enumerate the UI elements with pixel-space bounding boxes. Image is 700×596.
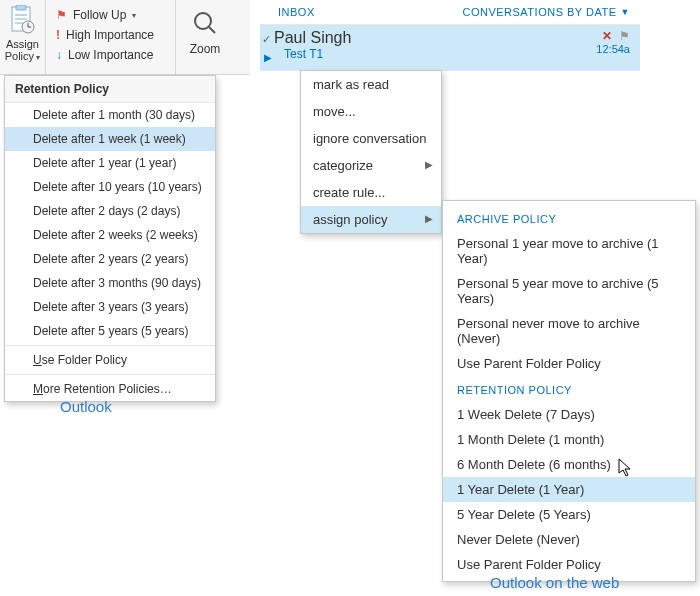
assign-policy-icon <box>5 2 41 38</box>
ribbon: Assign Policy ▾ ⚑ Follow Up ▾ ! High Imp… <box>0 0 250 75</box>
retention-policy-item[interactable]: Never Delete (Never) <box>443 527 695 552</box>
sort-label: CONVERSATIONS BY DATE <box>462 6 616 18</box>
magnifier-icon <box>188 6 222 40</box>
flag-icon: ⚑ <box>56 8 67 22</box>
archive-policy-header: ARCHIVE POLICY <box>443 205 695 231</box>
archive-policy-item[interactable]: Personal 5 year move to archive (5 Years… <box>443 271 695 311</box>
menu-separator <box>5 345 215 346</box>
archive-policy-item[interactable]: Personal never move to archive (Never) <box>443 311 695 351</box>
low-importance-label: Low Importance <box>68 48 153 62</box>
chevron-down-icon: ▼ <box>621 7 630 17</box>
outlook-web-panel: INBOX CONVERSATIONS BY DATE ▼ ✓ ▶ Paul S… <box>260 0 640 71</box>
retention-item[interactable]: Delete after 1 month (30 days) <box>5 103 215 127</box>
context-menu: mark as read move... ignore conversation… <box>300 70 442 234</box>
low-importance-icon: ↓ <box>56 48 62 62</box>
check-icon: ✓ <box>262 33 271 46</box>
ctx-categorize[interactable]: categorize ▶ <box>301 152 441 179</box>
chevron-right-icon: ▶ <box>425 213 433 224</box>
svg-line-9 <box>209 27 215 33</box>
mail-subject: Test T1 <box>274 47 630 61</box>
ctx-categorize-label: categorize <box>313 158 373 173</box>
retention-policy-item[interactable]: 1 Month Delete (1 month) <box>443 427 695 452</box>
inbox-header: INBOX CONVERSATIONS BY DATE ▼ <box>260 0 640 25</box>
menu-separator <box>5 374 215 375</box>
retention-item[interactable]: Delete after 1 week (1 week) <box>5 127 215 151</box>
retention-item[interactable]: Delete after 2 years (2 years) <box>5 247 215 271</box>
retention-policy-header: RETENTION POLICY <box>443 376 695 402</box>
high-importance-icon: ! <box>56 28 60 42</box>
outlook-caption: Outlook <box>60 398 112 415</box>
retention-policy-menu: Retention Policy Delete after 1 month (3… <box>4 75 216 402</box>
zoom-label: Zoom <box>190 42 221 56</box>
tags-group: ⚑ Follow Up ▾ ! High Importance ↓ Low Im… <box>46 0 176 74</box>
expand-icon[interactable]: ▶ <box>264 52 272 63</box>
policy-submenu: ARCHIVE POLICY Personal 1 year move to a… <box>442 200 696 582</box>
mail-sender: Paul Singh <box>274 29 630 47</box>
archive-policy-item[interactable]: Personal 1 year move to archive (1 Year) <box>443 231 695 271</box>
ctx-move[interactable]: move... <box>301 98 441 125</box>
zoom-button[interactable]: Zoom <box>176 0 234 74</box>
ctx-assign-policy-label: assign policy <box>313 212 387 227</box>
assign-policy-label: Assign Policy ▾ <box>5 38 41 64</box>
chevron-down-icon: ▾ <box>34 53 40 62</box>
svg-rect-1 <box>16 5 26 10</box>
ctx-ignore-conversation[interactable]: ignore conversation <box>301 125 441 152</box>
mail-item[interactable]: ✓ ▶ Paul Singh Test T1 ✕ ⚑ 12:54a <box>260 25 640 71</box>
chevron-down-icon: ▾ <box>132 11 136 20</box>
flag-icon[interactable]: ⚑ <box>619 29 630 43</box>
retention-item[interactable]: Delete after 1 year (1 year) <box>5 151 215 175</box>
follow-up-label: Follow Up <box>73 8 126 22</box>
svg-point-8 <box>195 13 211 29</box>
low-importance-button[interactable]: ↓ Low Importance <box>50 48 153 62</box>
delete-icon[interactable]: ✕ <box>602 29 612 43</box>
outlook-web-caption: Outlook on the web <box>490 574 619 591</box>
inbox-label[interactable]: INBOX <box>278 6 315 18</box>
high-importance-label: High Importance <box>66 28 154 42</box>
retention-policy-title: Retention Policy <box>5 76 215 103</box>
ctx-mark-as-read[interactable]: mark as read <box>301 71 441 98</box>
chevron-right-icon: ▶ <box>425 159 433 170</box>
retention-item[interactable]: Delete after 3 months (90 days) <box>5 271 215 295</box>
retention-item[interactable]: Delete after 3 years (3 years) <box>5 295 215 319</box>
retention-policy-item[interactable]: 1 Year Delete (1 Year) <box>443 477 695 502</box>
sort-by-button[interactable]: CONVERSATIONS BY DATE ▼ <box>462 6 630 18</box>
high-importance-button[interactable]: ! High Importance <box>50 28 154 42</box>
follow-up-button[interactable]: ⚑ Follow Up ▾ <box>50 8 136 22</box>
mail-time: 12:54a <box>596 43 630 55</box>
retention-item[interactable]: Delete after 2 days (2 days) <box>5 199 215 223</box>
retention-policy-item[interactable]: 1 Week Delete (7 Days) <box>443 402 695 427</box>
outlook-desktop-panel: Assign Policy ▾ ⚑ Follow Up ▾ ! High Imp… <box>0 0 250 75</box>
assign-policy-button[interactable]: Assign Policy ▾ <box>0 0 46 74</box>
ctx-assign-policy[interactable]: assign policy ▶ <box>301 206 441 233</box>
retention-policy-item[interactable]: 6 Month Delete (6 months) <box>443 452 695 477</box>
archive-policy-item[interactable]: Use Parent Folder Policy <box>443 351 695 376</box>
retention-item[interactable]: Delete after 2 weeks (2 weeks) <box>5 223 215 247</box>
retention-policy-item[interactable]: 5 Year Delete (5 Years) <box>443 502 695 527</box>
ctx-create-rule[interactable]: create rule... <box>301 179 441 206</box>
retention-item[interactable]: Delete after 10 years (10 years) <box>5 175 215 199</box>
retention-item[interactable]: Delete after 5 years (5 years) <box>5 319 215 343</box>
mail-right: ✕ ⚑ 12:54a <box>596 29 630 55</box>
use-folder-policy-item[interactable]: Use Folder Policy <box>5 348 215 372</box>
